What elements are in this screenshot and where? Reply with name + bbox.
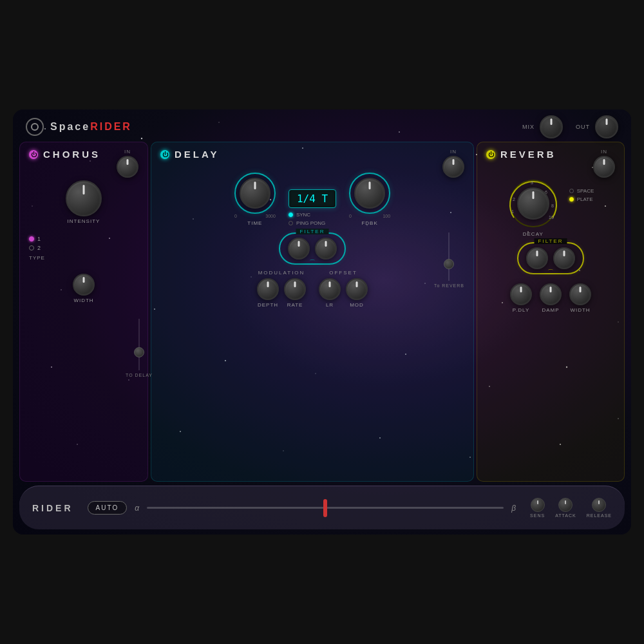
- svg-text:2: 2: [513, 197, 515, 202]
- reverb-power-button[interactable]: ⏻: [486, 150, 495, 159]
- chorus-power-button[interactable]: ⏻: [29, 150, 38, 159]
- reverb-in-group: IN: [593, 149, 615, 178]
- rider-auto-button[interactable]: AUTO: [88, 501, 128, 515]
- rider-attack-group: ATTACK: [555, 498, 576, 518]
- delay-modulation-group: MODULATION DEPTH RATE: [257, 270, 306, 308]
- delay-depth-knob[interactable]: [257, 278, 279, 300]
- delay-time-knob[interactable]: [240, 178, 270, 209]
- reverb-bottom-knobs: P.DLY DAMP WIDTH: [510, 283, 591, 313]
- chorus-type-2-label: 2: [37, 245, 41, 251]
- chorus-type-label: TYPE: [29, 255, 45, 261]
- delay-mod-offset-knob[interactable]: [346, 278, 368, 300]
- rider-release-group: RELEASE: [587, 498, 612, 518]
- reverb-filter-row: FILTER ⌒: [517, 242, 584, 274]
- delay-fdbk-label: FDBK: [361, 220, 377, 226]
- out-label: OUT: [576, 124, 590, 130]
- reverb-damp-knob[interactable]: [540, 283, 562, 305]
- delay-mod-knobs: DEPTH RATE: [257, 278, 306, 308]
- delay-filter-knob-1[interactable]: [288, 238, 310, 260]
- delay-fdbk-max: 100: [383, 214, 390, 218]
- reverb-pdly-knob[interactable]: [510, 283, 532, 305]
- chorus-to-delay-label: TO DELAY: [126, 373, 153, 377]
- reverb-decay-knob-wrapper: [517, 187, 549, 220]
- rider-thumb[interactable]: [323, 499, 327, 517]
- reverb-space-led: [569, 189, 574, 193]
- rider-sens-knob[interactable]: [531, 498, 545, 512]
- delay-depth-label: DEPTH: [258, 302, 278, 308]
- chorus-in-group: IN: [117, 149, 138, 178]
- chorus-width-group: WIDTH: [73, 274, 95, 303]
- delay-filter-group: FILTER ⌒: [279, 232, 346, 265]
- chorus-width-knob[interactable]: [73, 274, 95, 296]
- chorus-type-2-radio: [29, 245, 34, 251]
- reverb-space-label: SPACE: [577, 188, 594, 194]
- chorus-type-1-label: 1: [37, 236, 41, 242]
- reverb-pdly-label: P.DLY: [513, 307, 530, 313]
- rider-title: RIDER: [32, 503, 73, 513]
- rider-attack-label: ATTACK: [555, 513, 576, 518]
- chorus-intensity-knob[interactable]: [66, 180, 102, 216]
- reverb-body: 1 2 3 6 8 10: [486, 165, 615, 313]
- rider-release-knob[interactable]: [592, 498, 606, 512]
- plugin-content: SpaceRIDER MIX OUT ⏻ CHORUS: [13, 109, 631, 535]
- chorus-title: CHORUS: [43, 149, 100, 160]
- rider-beta-label: β: [511, 504, 516, 513]
- main-sections: ⏻ CHORUS IN INTENSITY: [13, 142, 631, 482]
- reverb-width-knob[interactable]: [569, 283, 591, 305]
- delay-lr-knob[interactable]: [319, 278, 341, 300]
- delay-top-row: 0 3000 TIME 1/4 T SYNC: [160, 173, 464, 226]
- chorus-section: ⏻ CHORUS IN INTENSITY: [19, 142, 148, 482]
- reverb-in-knob[interactable]: [593, 156, 615, 178]
- reverb-plate-led: [569, 197, 574, 202]
- rider-track[interactable]: [147, 507, 504, 509]
- delay-sync-options: SYNC PING PONG: [289, 212, 325, 226]
- delay-time-label: TIME: [247, 220, 262, 226]
- rider-alpha-label: α: [135, 504, 139, 513]
- delay-to-reverb-label: To REVERB: [434, 283, 464, 288]
- chorus-type-1-item[interactable]: 1: [29, 236, 45, 242]
- reverb-section: ⏻ REVERB IN: [477, 142, 625, 482]
- delay-pingpong-item[interactable]: PING PONG: [289, 220, 325, 226]
- delay-fdbk-group: 0 100 FDBK: [349, 173, 390, 226]
- out-knob[interactable]: [595, 115, 618, 138]
- delay-to-reverb-send: To REVERB: [434, 232, 464, 288]
- delay-fdbk-knob[interactable]: [354, 178, 385, 209]
- reverb-filter-knob-2[interactable]: [553, 247, 575, 269]
- reverb-filter-label: FILTER: [535, 238, 567, 244]
- rider-bar: RIDER AUTO α β SENS ATTACK RELEASE: [19, 486, 625, 529]
- reverb-plate-item[interactable]: PLATE: [569, 196, 594, 202]
- delay-sync-item[interactable]: SYNC: [289, 212, 325, 218]
- chorus-type-1-radio: [29, 236, 34, 242]
- mix-knob[interactable]: [540, 115, 563, 138]
- delay-depth-group: DEPTH: [257, 278, 279, 308]
- delay-display: 1/4 T: [289, 189, 336, 208]
- reverb-filter-knob-1[interactable]: [526, 247, 548, 269]
- chorus-in-label: IN: [124, 149, 131, 155]
- delay-in-knob[interactable]: [442, 156, 464, 178]
- delay-offset-group: OFFSET LR MOD: [319, 270, 368, 308]
- delay-rate-knob[interactable]: [284, 278, 306, 300]
- delay-fdbk-ring: [349, 173, 390, 214]
- reverb-space-item[interactable]: SPACE: [569, 188, 594, 194]
- chorus-to-delay-thumb[interactable]: [134, 347, 144, 357]
- brand-name: SpaceRIDER: [50, 121, 132, 133]
- delay-in-label: IN: [450, 149, 457, 155]
- delay-fdbk-range: 0 100: [349, 214, 390, 218]
- reverb-damp-group: DAMP: [540, 283, 562, 313]
- header: SpaceRIDER MIX OUT: [13, 109, 631, 142]
- chorus-in-knob[interactable]: [117, 156, 138, 178]
- delay-to-reverb-thumb[interactable]: [444, 259, 454, 269]
- rider-sens-group: SENS: [530, 498, 545, 518]
- delay-filter-knob-2[interactable]: [315, 238, 337, 260]
- delay-power-button[interactable]: ⏻: [160, 150, 169, 159]
- delay-section: ⏻ DELAY IN 0 3000: [151, 142, 474, 482]
- rider-attack-knob[interactable]: [558, 498, 573, 512]
- delay-time-min: 0: [234, 214, 237, 218]
- reverb-decay-knob[interactable]: [517, 187, 549, 220]
- reverb-type-group: SPACE PLATE: [569, 188, 594, 202]
- chorus-type-2-item[interactable]: 2: [29, 245, 45, 251]
- delay-modulation-label: MODULATION: [258, 270, 305, 276]
- delay-pingpong-led: [289, 221, 293, 225]
- chorus-to-delay-send: TO DELAY: [126, 319, 153, 377]
- delay-offset-knobs: LR MOD: [319, 278, 368, 308]
